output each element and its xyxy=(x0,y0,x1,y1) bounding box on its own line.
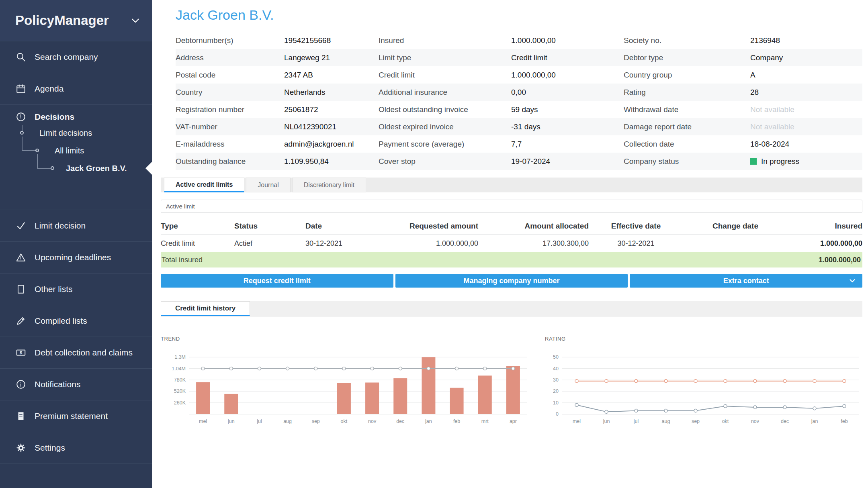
detail-label: Registration number xyxy=(176,105,284,114)
sidebar-item-decisions[interactable]: Decisions xyxy=(0,109,152,125)
warning-triangle-icon xyxy=(15,252,27,263)
status-indicator-icon xyxy=(750,158,757,165)
sidebar-item-label: Notifications xyxy=(35,380,80,389)
managing-company-number-button[interactable]: Managing company number xyxy=(395,274,628,288)
column-header: Type xyxy=(161,222,234,231)
detail-value: 2347 AB xyxy=(284,71,379,80)
sidebar-item-search-company[interactable]: Search company xyxy=(0,41,152,73)
detail-value: 19542155668 xyxy=(284,36,379,45)
tree-item-jack-groen-selected[interactable]: Jack Groen B.V. xyxy=(66,160,127,176)
app-logo-menu[interactable]: PolicyManager xyxy=(0,0,152,41)
sidebar-item-premium-statement[interactable]: Premium statement xyxy=(0,400,152,432)
svg-text:mei: mei xyxy=(573,419,581,424)
detail-label: Insured xyxy=(379,36,511,45)
tree-node-icon xyxy=(20,131,24,135)
detail-value: NL0412390021 xyxy=(284,123,379,131)
tab-label: Journal xyxy=(258,182,278,189)
svg-text:nov: nov xyxy=(368,419,377,424)
svg-text:mei: mei xyxy=(199,419,207,424)
detail-value: 1.109.950,84 xyxy=(284,157,379,166)
sidebar-item-debt-collection[interactable]: $ Debt collection and claims xyxy=(0,337,152,369)
chevron-down-icon[interactable] xyxy=(130,15,141,26)
detail-value: Langeweg 21 xyxy=(284,53,379,62)
detail-label: Oldest expired invoice xyxy=(379,123,511,131)
detail-label: Credit limit xyxy=(379,71,511,80)
sidebar-item-label: Upcoming deadlines xyxy=(35,253,111,262)
svg-text:30: 30 xyxy=(553,377,559,383)
tab-label: Credit limit history xyxy=(175,304,235,312)
trend-chart-title: TREND xyxy=(161,336,530,342)
tab-active-credit-limits[interactable]: Active credit limits xyxy=(164,178,244,192)
total-insured-row: Total insured 1.000.000,00 xyxy=(161,252,862,267)
tab-label: Active credit limits xyxy=(176,181,233,188)
sidebar-item-settings[interactable]: Settings xyxy=(0,432,152,464)
detail-label: Cover stop xyxy=(379,157,511,166)
search-icon xyxy=(15,51,27,63)
tab-discretionary-limit[interactable]: Discretionary limit xyxy=(292,178,366,192)
detail-label: Debtornumber(s) xyxy=(176,36,284,45)
tree-item-limit-decisions[interactable]: Limit decisions xyxy=(39,125,92,141)
sidebar-item-label: Compiled lists xyxy=(35,316,87,326)
chevron-down-icon[interactable] xyxy=(848,276,857,287)
sidebar-item-label: Premium statement xyxy=(35,411,108,421)
tab-journal[interactable]: Journal xyxy=(246,178,290,192)
detail-label: Society no. xyxy=(624,36,750,45)
svg-text:1.04M: 1.04M xyxy=(172,366,186,372)
cell-insured: 1.000.000,00 xyxy=(788,239,862,248)
svg-text:jul: jul xyxy=(256,419,262,424)
tree-connector xyxy=(37,168,51,169)
info-icon xyxy=(15,379,27,390)
detail-label: Limit type xyxy=(379,53,511,62)
sidebar-item-upcoming-deadlines[interactable]: Upcoming deadlines xyxy=(0,242,152,274)
active-limit-filter-input[interactable]: Active limit xyxy=(161,200,862,213)
detail-value: -31 days xyxy=(511,123,624,131)
check-icon xyxy=(15,220,27,231)
sidebar-item-compiled-lists[interactable]: Compiled lists xyxy=(0,305,152,337)
sidebar-item-label: Limit decision xyxy=(35,221,86,231)
tab-credit-limit-history[interactable]: Credit limit history xyxy=(161,301,250,316)
gear-icon xyxy=(15,442,27,453)
detail-value: 7,7 xyxy=(511,140,624,149)
rating-chart: RATING 01020304050meijunjulaugsepoktnovd… xyxy=(545,336,862,428)
money-icon: $ xyxy=(15,347,27,358)
rating-chart-title: RATING xyxy=(545,336,862,342)
detail-value-unavailable: Not available xyxy=(750,123,862,131)
cell-amount-allocated: 17.300.300,00 xyxy=(478,239,589,248)
detail-row: VAT-number NL0412390021 Oldest expired i… xyxy=(176,118,862,135)
statement-icon xyxy=(15,410,27,422)
request-credit-limit-button[interactable]: Request credit limit xyxy=(161,274,393,288)
action-buttons: Request credit limit Managing company nu… xyxy=(161,274,862,288)
detail-label: Damage report date xyxy=(624,123,750,131)
sidebar-item-agenda[interactable]: Agenda xyxy=(0,73,152,105)
detail-value-unavailable: Not available xyxy=(750,105,862,114)
svg-text:okt: okt xyxy=(341,419,348,424)
sidebar-item-notifications[interactable]: Notifications xyxy=(0,369,152,400)
extra-contact-button[interactable]: Extra contact xyxy=(630,274,862,288)
sidebar-item-limit-decision[interactable]: Limit decision xyxy=(0,210,152,242)
svg-text:feb: feb xyxy=(841,419,848,424)
detail-label: E-mailaddress xyxy=(176,140,284,149)
table-row[interactable]: Credit limit Actief 30-12-2021 1.000.000… xyxy=(161,235,862,252)
sidebar-item-label: Debt collection and claims xyxy=(35,348,133,357)
detail-value: 2136948 xyxy=(750,36,862,45)
charts-section: TREND 260K520K780K1.04M1.3Mmeijunjulaugs… xyxy=(161,336,862,428)
total-label: Total insured xyxy=(162,256,203,264)
svg-text:jan: jan xyxy=(811,419,818,424)
svg-text:aug: aug xyxy=(662,419,670,424)
detail-value: 18-08-2024 xyxy=(750,140,862,149)
history-tab-bar: Credit limit history xyxy=(161,301,862,316)
limits-tab-bar: Active credit limits Journal Discretiona… xyxy=(161,178,862,192)
column-header: Insured xyxy=(788,222,862,231)
sidebar-item-label: Agenda xyxy=(35,84,63,94)
detail-value: 1.000.000,00 xyxy=(511,36,624,45)
svg-text:jun: jun xyxy=(603,419,610,424)
detail-row: Debtornumber(s) 19542155668 Insured 1.00… xyxy=(176,32,862,49)
trend-chart: TREND 260K520K780K1.04M1.3Mmeijunjulaugs… xyxy=(161,336,530,428)
sidebar: PolicyManager Search company Agenda Deci… xyxy=(0,0,152,488)
sidebar-item-other-lists[interactable]: Other lists xyxy=(0,274,152,305)
svg-text:jun: jun xyxy=(227,419,235,424)
detail-label: Address xyxy=(176,53,284,62)
detail-value: Netherlands xyxy=(284,88,379,97)
detail-value: 28 xyxy=(750,88,862,97)
tree-item-all-limits[interactable]: All limits xyxy=(55,143,84,159)
